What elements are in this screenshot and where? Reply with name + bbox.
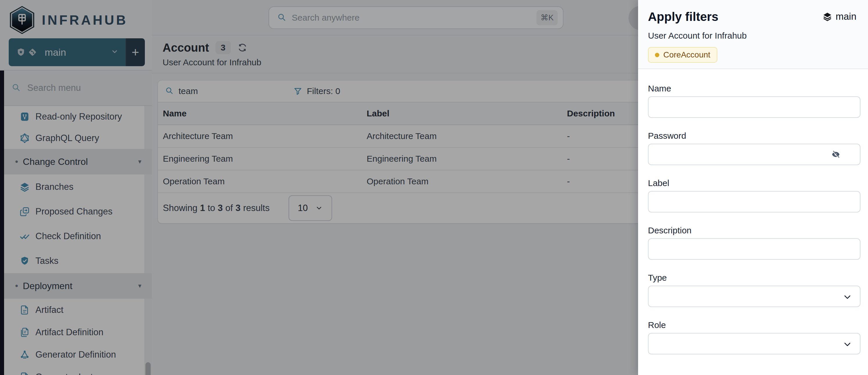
password-input[interactable] xyxy=(648,144,861,165)
chevron-down-icon xyxy=(843,340,852,349)
kind-badge-label: CoreAccount xyxy=(663,50,710,60)
field-label: Name xyxy=(648,84,861,93)
drawer-header: Apply filters main User Account for Infr… xyxy=(638,0,868,69)
field-description: Description xyxy=(648,225,861,260)
field-label: Password xyxy=(648,131,861,141)
eye-off-icon[interactable] xyxy=(831,150,840,159)
app-window: INFRAHUB main + xyxy=(0,0,868,375)
drawer-title: Apply filters xyxy=(648,10,718,24)
description-input[interactable] xyxy=(648,238,861,260)
kind-badge: CoreAccount xyxy=(648,47,717,63)
role-select[interactable] xyxy=(648,333,861,354)
layers-icon xyxy=(823,12,832,21)
field-password: Password xyxy=(648,131,861,165)
drawer-branch-indicator[interactable]: main xyxy=(823,11,857,22)
field-label: Role xyxy=(648,320,861,330)
apply-filters-drawer: Apply filters main User Account for Infr… xyxy=(638,0,868,375)
chevron-down-icon xyxy=(843,292,852,301)
field-label: Label xyxy=(648,178,861,213)
drawer-form: Name Password Label Description xyxy=(638,69,868,354)
field-label: Type xyxy=(648,273,861,283)
modal-backdrop[interactable] xyxy=(0,0,638,375)
drawer-subtitle: User Account for Infrahub xyxy=(648,31,857,41)
field-label: Label xyxy=(648,178,861,188)
badge-dot-icon xyxy=(655,53,659,57)
field-role: Role xyxy=(648,320,861,354)
field-label: Description xyxy=(648,225,861,236)
field-name: Name xyxy=(648,84,861,118)
type-select[interactable] xyxy=(648,286,861,307)
drawer-branch-label: main xyxy=(836,11,857,22)
field-type: Type xyxy=(648,273,861,307)
label-input[interactable] xyxy=(648,191,861,213)
name-input[interactable] xyxy=(648,96,861,118)
